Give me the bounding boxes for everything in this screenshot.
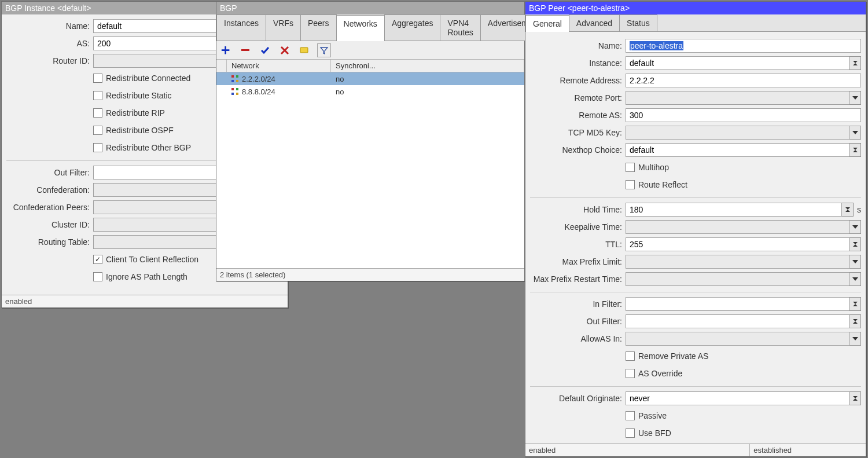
label-outfilter: Out Filter: <box>6 168 93 177</box>
remote-addr-input[interactable] <box>626 74 861 87</box>
multihop-label: Multihop <box>638 163 669 172</box>
tab-general[interactable]: General <box>525 15 569 32</box>
svg-rect-0 <box>241 49 249 51</box>
networks-table[interactable]: Network Synchroni... 2.2.2.0/24 no 8.8.8… <box>216 60 524 268</box>
tab-status[interactable]: Status <box>619 14 657 31</box>
asoverride-label: AS Override <box>638 369 682 378</box>
peer-instance-input[interactable] <box>626 56 849 70</box>
label-peer-instance: Instance: <box>530 58 626 68</box>
allowas-dd[interactable] <box>849 332 861 346</box>
table-row[interactable]: 8.8.8.0/24 no <box>216 85 524 98</box>
ignas-check[interactable] <box>93 272 102 281</box>
label-nexthop: Nexthop Choice: <box>530 145 626 155</box>
deforig-input[interactable] <box>626 391 849 405</box>
seconds-suffix: s <box>857 205 861 214</box>
passive-label: Passive <box>638 411 667 420</box>
label-hold: Hold Time: <box>530 205 626 214</box>
redistribute-connected-label: Redistribute Connected <box>106 74 190 83</box>
bgp-tabs: Instances VRFs Peers Networks Aggregates… <box>216 14 524 41</box>
c2c-label: Client To Client Reflection <box>106 255 198 264</box>
hold-dd[interactable] <box>842 203 854 217</box>
tab-networks[interactable]: Networks <box>336 15 385 41</box>
outfilter2-input[interactable] <box>626 314 849 328</box>
disable-button[interactable] <box>278 43 292 57</box>
label-remote-as: Remote AS: <box>530 111 626 120</box>
peer-instance-dd[interactable] <box>849 56 861 70</box>
redistribute-static-check[interactable] <box>93 91 102 100</box>
redistribute-rip-label: Redistribute RIP <box>106 108 165 118</box>
add-button[interactable] <box>219 43 233 57</box>
label-deforig: Default Originate: <box>530 394 626 403</box>
cell-sync: no <box>331 75 524 83</box>
maxprefrst-input[interactable] <box>626 272 849 286</box>
peer-name-input[interactable]: peer-to-alestra <box>626 39 861 53</box>
bgp-peer-window: BGP Peer <peer-to-alestra> General Advan… <box>525 1 866 457</box>
tab-vpn4[interactable]: VPN4 Routes <box>440 14 480 41</box>
col-sync[interactable]: Synchroni... <box>331 60 524 72</box>
redistribute-rip-check[interactable] <box>93 108 102 118</box>
ttl-dd[interactable] <box>849 237 861 251</box>
enable-button[interactable] <box>258 43 272 57</box>
comment-button[interactable] <box>297 43 311 57</box>
window-title: BGP Peer <peer-to-alestra> <box>525 2 866 14</box>
tab-instances[interactable]: Instances <box>216 14 266 41</box>
tab-peers[interactable]: Peers <box>300 14 337 41</box>
ttl-input[interactable] <box>626 237 849 251</box>
label-cluster: Cluster ID: <box>6 220 93 229</box>
redistribute-ospf-check[interactable] <box>93 126 102 135</box>
redistribute-other-label: Redistribute Other BGP <box>106 143 191 152</box>
label-peer-name: Name: <box>530 41 626 50</box>
ignas-label: Ignore AS Path Length <box>106 272 187 281</box>
label-maxpref: Max Prefix Limit: <box>530 257 626 266</box>
label-outfilter2: Out Filter: <box>530 317 626 326</box>
hold-input[interactable] <box>626 203 842 217</box>
svg-rect-1 <box>300 47 308 53</box>
remote-as-input[interactable] <box>626 108 861 122</box>
window-title: BGP <box>216 2 524 14</box>
label-md5: TCP MD5 Key: <box>530 128 626 137</box>
filter-button[interactable] <box>317 43 331 57</box>
remote-port-dd[interactable] <box>849 91 861 105</box>
multihop-check[interactable] <box>626 163 635 172</box>
remove-private-check[interactable] <box>626 351 635 361</box>
asoverride-check[interactable] <box>626 369 635 378</box>
table-row[interactable]: 2.2.2.0/24 no <box>216 72 524 85</box>
maxprefrst-dd[interactable] <box>849 272 861 286</box>
c2c-check[interactable] <box>93 255 102 264</box>
md5-dd[interactable] <box>849 126 861 140</box>
bgp-window: BGP Instances VRFs Peers Networks Aggreg… <box>216 1 525 281</box>
remote-port-input[interactable] <box>626 91 849 105</box>
remove-button[interactable] <box>238 43 252 57</box>
bgp-status: 2 items (1 selected) <box>216 268 524 281</box>
tab-vrfs[interactable]: VRFs <box>266 14 301 41</box>
allowas-input[interactable] <box>626 332 849 346</box>
keep-dd[interactable] <box>849 220 861 234</box>
md5-input[interactable] <box>626 126 849 140</box>
tab-advanced[interactable]: Advanced <box>569 14 620 31</box>
label-infilter: In Filter: <box>530 299 626 309</box>
routereflect-check[interactable] <box>626 180 635 189</box>
passive-check[interactable] <box>626 411 635 420</box>
tab-aggregates[interactable]: Aggregates <box>384 14 441 41</box>
label-as: AS: <box>6 39 93 48</box>
bfd-label: Use BFD <box>638 428 671 438</box>
maxpref-dd[interactable] <box>849 255 861 269</box>
infilter-input[interactable] <box>626 297 849 311</box>
keep-input[interactable] <box>626 220 849 234</box>
bfd-check[interactable] <box>626 428 635 438</box>
deforig-dd[interactable] <box>849 391 861 405</box>
label-ttl: TTL: <box>530 240 626 249</box>
nexthop-input[interactable] <box>626 143 849 157</box>
toolbar <box>216 41 524 60</box>
redistribute-connected-check[interactable] <box>93 74 102 83</box>
infilter-dd[interactable] <box>849 297 861 311</box>
maxpref-input[interactable] <box>626 255 849 269</box>
cell-network: 8.8.8.0/24 <box>242 87 275 96</box>
nexthop-dd[interactable] <box>849 143 861 157</box>
redistribute-other-check[interactable] <box>93 143 102 152</box>
label-keep: Keepalive Time: <box>530 222 626 232</box>
outfilter2-dd[interactable] <box>849 314 861 328</box>
col-network[interactable]: Network <box>227 60 331 72</box>
redistribute-ospf-label: Redistribute OSPF <box>106 126 174 135</box>
peer-status2: established <box>750 444 866 456</box>
